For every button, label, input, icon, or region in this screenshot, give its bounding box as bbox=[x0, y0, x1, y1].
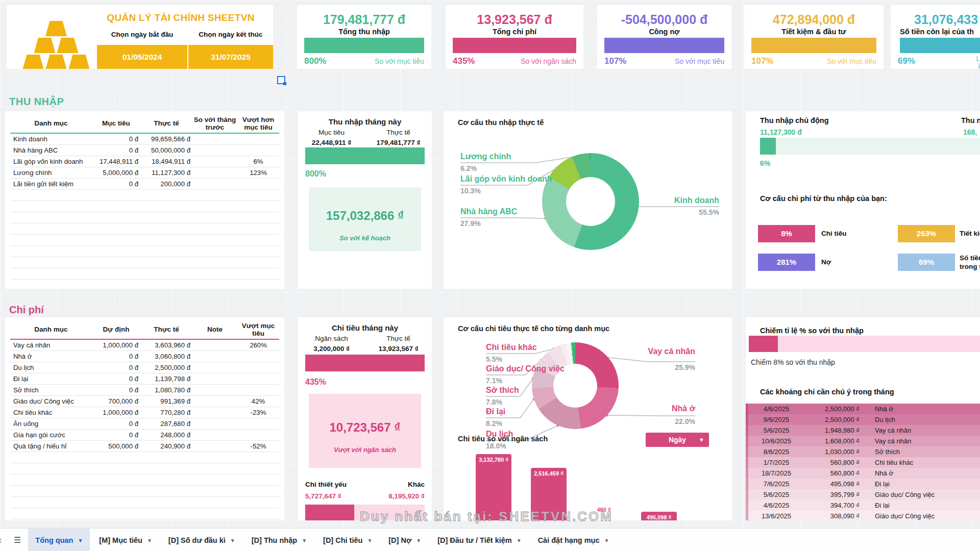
tab-thu-nhap[interactable]: [D] Thu nhập▼ bbox=[244, 529, 314, 551]
table-row: Du lịch0 đ2,500,000 đ bbox=[10, 362, 279, 373]
percent: 435% bbox=[305, 378, 326, 387]
kpi-label: Số tiền còn lại của th bbox=[900, 28, 974, 36]
attention-row: 5/6/2025395,799 ₫Giáo dục/ Công việc bbox=[746, 489, 980, 500]
diff-value: 10,723,567 ₫ bbox=[309, 420, 421, 435]
kpi-label: Tiết kiệm & đầu tư bbox=[744, 28, 884, 36]
other-value: 8,195,920 ₫ bbox=[388, 492, 425, 500]
slice-label: Vay cá nhân bbox=[603, 347, 695, 356]
dashboard-page: { "page": { "watermark": "Duy nhất bán t… bbox=[0, 0, 980, 551]
tab-chi-tieu[interactable]: [D] Chi tiêu▼ bbox=[316, 529, 379, 551]
slice-pct: 55.5% bbox=[627, 208, 719, 216]
kpi-value: -504,500,000 đ bbox=[597, 12, 731, 27]
attention-table: 4/6/20252,500,000 ₫Nhà ở 9/6/20252,500,0… bbox=[746, 404, 980, 520]
active-income-percent: 6% bbox=[760, 159, 770, 167]
kpi-percent: 800% bbox=[304, 56, 326, 66]
budget-bar: 495,098 ₫ bbox=[641, 512, 677, 520]
app-title: QUẢN LÝ TÀI CHÍNH SHEETVN bbox=[88, 12, 273, 23]
end-date-picker[interactable]: 31/07/2025 bbox=[188, 45, 273, 69]
attention-row: 9/6/20252,500,000 ₫Du lịch bbox=[746, 414, 980, 425]
col-note: Note bbox=[192, 325, 237, 333]
kpi-progress-bar bbox=[304, 38, 424, 53]
kpi-note: So với ngân sách bbox=[521, 57, 576, 65]
slice-pct: 10.3% bbox=[460, 187, 481, 195]
tab-tong-quan[interactable]: Tổng quan▼ bbox=[28, 529, 90, 551]
kpi-note: So với mục tiêu bbox=[675, 57, 724, 65]
start-date-label: Chọn ngày bắt đầu bbox=[97, 31, 187, 38]
diff-box: 10,723,567 ₫ Vượt với ngân sách bbox=[309, 394, 421, 468]
slice-pct: 7.8% bbox=[486, 398, 502, 406]
tab-cai-dat-hang-muc[interactable]: Cài đặt hạng mục▼ bbox=[531, 529, 617, 551]
table-empty-row bbox=[10, 223, 279, 235]
table-empty-row bbox=[10, 235, 279, 246]
slice-pct: 18.0% bbox=[486, 442, 506, 450]
attention-row: 7/6/2025495,098 ₫Đi lại bbox=[746, 479, 980, 489]
kpi-label: Công nợ bbox=[597, 28, 731, 36]
chart-title: Cơ cấu thu nhập thực tế bbox=[458, 118, 544, 127]
kpi-value: 472,894,000 đ bbox=[744, 12, 884, 27]
table-empty-row bbox=[10, 257, 279, 268]
chevron-down-icon: ▼ bbox=[367, 538, 372, 543]
essential-value: 5,727,647 ₫ bbox=[305, 492, 341, 500]
kpi-percent: 69% bbox=[898, 56, 915, 66]
table-empty-row bbox=[10, 474, 279, 486]
passive-income-value-cut: 168, bbox=[963, 128, 977, 136]
kpi-card-debt: -504,500,000 đ Công nợ 107%So với mục ti… bbox=[597, 5, 731, 69]
table-row: Nhà hàng ABC0 đ50,000,000 đ bbox=[10, 145, 279, 156]
tab-scroll-left-icon[interactable]: ‹ bbox=[0, 529, 6, 551]
end-date-label: Chọn ngày kết thúc bbox=[188, 31, 273, 38]
col-thuc-te: Thực tế bbox=[140, 325, 192, 333]
table-row: Kinh doanh0 đ99,659,566 đ bbox=[10, 134, 279, 145]
chevron-down-icon: ▼ bbox=[302, 538, 307, 543]
income-side-panel: Thu nhập chủ động 11,127,300 đ 6% Thu n … bbox=[746, 111, 980, 289]
active-income-title: Thu nhập chủ động bbox=[760, 116, 829, 124]
diff-box: 157,032,866 ₫ So với kế hoạch bbox=[309, 187, 421, 251]
tab-dau-tu-tiet-kiem[interactable]: [D] Đầu tư / Tiết kiệm▼ bbox=[430, 529, 529, 551]
start-date-picker[interactable]: 01/05/2024 bbox=[97, 45, 187, 69]
col-thuc-te: Thực tế bbox=[140, 119, 192, 127]
kpi-value: 31,076,433 bbox=[914, 12, 978, 27]
attention-row: 1/7/2025560,800 ₫Chi tiêu khác bbox=[746, 457, 980, 468]
card-title: Thu nhập tháng này bbox=[298, 117, 432, 126]
expense-month-card: Chi tiêu tháng này Ngân sách3,200,000 ₫ … bbox=[298, 317, 432, 520]
tab-muc-tieu[interactable]: [M] Mục tiêu▼ bbox=[92, 529, 159, 551]
budget-value: 3,200,000 ₫ bbox=[298, 345, 365, 353]
header-card: QUẢN LÝ TÀI CHÍNH SHEETVN Chọn ngày bắt … bbox=[7, 5, 273, 69]
attention-row: 13/6/2025308,090 ₫Giáo dục/ Công việc bbox=[746, 511, 980, 520]
all-sheets-menu-icon[interactable]: ☰ bbox=[14, 529, 21, 551]
slice-label: Nhà ở bbox=[603, 404, 695, 413]
actual-label: Thực tế bbox=[365, 335, 432, 342]
table-empty-row bbox=[10, 519, 279, 520]
chevron-down-icon: ▼ bbox=[604, 538, 609, 543]
target-label: Mục tiêu bbox=[298, 129, 365, 136]
actual-label: Thực tế bbox=[365, 129, 432, 136]
attention-row: 8/6/20251,030,000 ₫Sở thích bbox=[746, 446, 980, 457]
attention-row: 4/6/20252,500,000 ₫Nhà ở bbox=[746, 404, 980, 414]
table-row: Sở thích0 đ1,080,780 đ bbox=[10, 385, 279, 396]
table-empty-row bbox=[10, 486, 279, 497]
saving-badge-label: Tiết kiệ bbox=[960, 225, 980, 242]
sheet-selection-handle[interactable] bbox=[277, 76, 285, 84]
col-danh-muc: Danh mục bbox=[10, 119, 92, 127]
gold-bars-icon bbox=[20, 19, 92, 69]
period-dropdown[interactable]: Ngày▼ bbox=[646, 433, 709, 447]
slice-label: Lãi góp vốn kinh doanh bbox=[460, 174, 552, 184]
budget-label: Ngân sách bbox=[298, 335, 365, 342]
table-row: Lãi tiền gửi tiết kiệm0 đ200,000 đ bbox=[10, 179, 279, 190]
table-row: Ăn uống0 đ287,680 đ bbox=[10, 418, 279, 430]
tab-no[interactable]: [D] Nợ▼ bbox=[381, 529, 428, 551]
income-section-title: THU NHẬP bbox=[9, 96, 64, 108]
diff-note: Vượt với ngân sách bbox=[309, 446, 421, 454]
ratio-title: Chiếm tỉ lệ % so với thu nhập bbox=[760, 327, 864, 335]
slice-pct: 27.9% bbox=[460, 219, 481, 228]
col-danh-muc: Danh mục bbox=[10, 325, 92, 333]
kpi-note: So với mục tiêu bbox=[827, 57, 876, 65]
tab-so-du-dau-ki[interactable]: [D] Số dư đầu kì▼ bbox=[161, 529, 242, 551]
spend-percent-badge: 8% bbox=[758, 225, 815, 242]
income-ratio-bar bbox=[749, 336, 980, 352]
spend-badge-label: Chi tiêu bbox=[821, 225, 847, 242]
slice-pct: 25.9% bbox=[603, 363, 695, 371]
table-row: Lương chính5,000,000 đ11,127,300 đ123% bbox=[10, 167, 279, 179]
kpi-progress-bar bbox=[900, 38, 980, 53]
ratio-note: Chiếm 8% so với thu nhập bbox=[751, 358, 835, 366]
card-title: Chi tiêu tháng này bbox=[298, 323, 432, 332]
